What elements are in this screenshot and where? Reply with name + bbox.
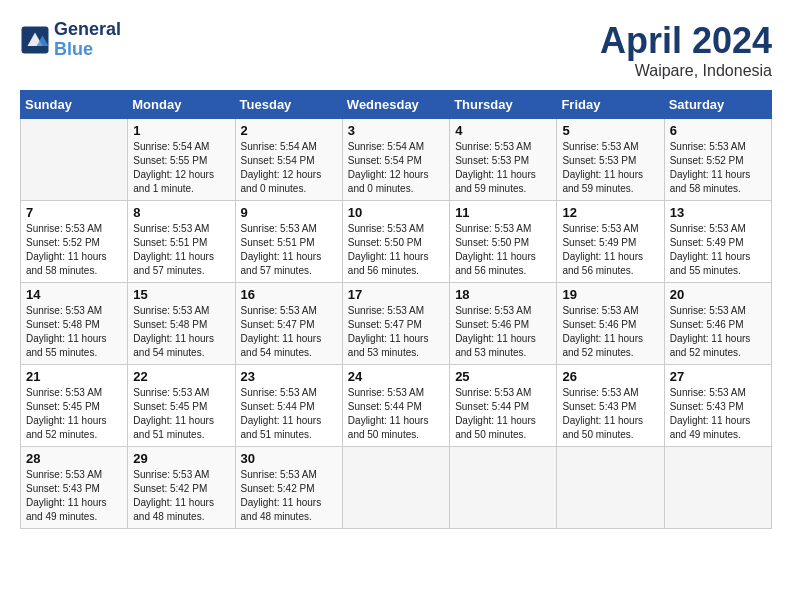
day-number: 4 [455, 123, 551, 138]
calendar-cell: 24Sunrise: 5:53 AMSunset: 5:44 PMDayligh… [342, 365, 449, 447]
day-number: 27 [670, 369, 766, 384]
day-info: Sunrise: 5:53 AMSunset: 5:46 PMDaylight:… [562, 304, 658, 360]
day-number: 8 [133, 205, 229, 220]
day-info: Sunrise: 5:53 AMSunset: 5:43 PMDaylight:… [26, 468, 122, 524]
calendar-cell: 14Sunrise: 5:53 AMSunset: 5:48 PMDayligh… [21, 283, 128, 365]
day-info: Sunrise: 5:53 AMSunset: 5:48 PMDaylight:… [26, 304, 122, 360]
calendar-cell: 16Sunrise: 5:53 AMSunset: 5:47 PMDayligh… [235, 283, 342, 365]
calendar-cell: 30Sunrise: 5:53 AMSunset: 5:42 PMDayligh… [235, 447, 342, 529]
day-number: 1 [133, 123, 229, 138]
day-number: 17 [348, 287, 444, 302]
page-header: General Blue April 2024 Waipare, Indones… [20, 20, 772, 80]
day-info: Sunrise: 5:53 AMSunset: 5:42 PMDaylight:… [133, 468, 229, 524]
day-info: Sunrise: 5:53 AMSunset: 5:42 PMDaylight:… [241, 468, 337, 524]
calendar-cell: 19Sunrise: 5:53 AMSunset: 5:46 PMDayligh… [557, 283, 664, 365]
day-number: 28 [26, 451, 122, 466]
col-tuesday: Tuesday [235, 91, 342, 119]
calendar-cell: 21Sunrise: 5:53 AMSunset: 5:45 PMDayligh… [21, 365, 128, 447]
calendar-cell: 25Sunrise: 5:53 AMSunset: 5:44 PMDayligh… [450, 365, 557, 447]
calendar-cell: 28Sunrise: 5:53 AMSunset: 5:43 PMDayligh… [21, 447, 128, 529]
calendar-cell: 12Sunrise: 5:53 AMSunset: 5:49 PMDayligh… [557, 201, 664, 283]
day-number: 9 [241, 205, 337, 220]
calendar-week-5: 28Sunrise: 5:53 AMSunset: 5:43 PMDayligh… [21, 447, 772, 529]
calendar-cell: 26Sunrise: 5:53 AMSunset: 5:43 PMDayligh… [557, 365, 664, 447]
day-info: Sunrise: 5:53 AMSunset: 5:43 PMDaylight:… [670, 386, 766, 442]
calendar-header: Sunday Monday Tuesday Wednesday Thursday… [21, 91, 772, 119]
calendar-cell: 23Sunrise: 5:53 AMSunset: 5:44 PMDayligh… [235, 365, 342, 447]
calendar-cell: 22Sunrise: 5:53 AMSunset: 5:45 PMDayligh… [128, 365, 235, 447]
day-number: 2 [241, 123, 337, 138]
calendar-cell: 11Sunrise: 5:53 AMSunset: 5:50 PMDayligh… [450, 201, 557, 283]
day-number: 30 [241, 451, 337, 466]
day-info: Sunrise: 5:53 AMSunset: 5:49 PMDaylight:… [562, 222, 658, 278]
day-info: Sunrise: 5:53 AMSunset: 5:53 PMDaylight:… [455, 140, 551, 196]
calendar-table: Sunday Monday Tuesday Wednesday Thursday… [20, 90, 772, 529]
day-info: Sunrise: 5:53 AMSunset: 5:46 PMDaylight:… [670, 304, 766, 360]
header-row: Sunday Monday Tuesday Wednesday Thursday… [21, 91, 772, 119]
calendar-cell [664, 447, 771, 529]
calendar-cell: 4Sunrise: 5:53 AMSunset: 5:53 PMDaylight… [450, 119, 557, 201]
day-number: 7 [26, 205, 122, 220]
title-block: April 2024 Waipare, Indonesia [600, 20, 772, 80]
logo: General Blue [20, 20, 121, 60]
day-info: Sunrise: 5:54 AMSunset: 5:54 PMDaylight:… [241, 140, 337, 196]
calendar-week-4: 21Sunrise: 5:53 AMSunset: 5:45 PMDayligh… [21, 365, 772, 447]
col-sunday: Sunday [21, 91, 128, 119]
day-info: Sunrise: 5:53 AMSunset: 5:48 PMDaylight:… [133, 304, 229, 360]
day-info: Sunrise: 5:53 AMSunset: 5:49 PMDaylight:… [670, 222, 766, 278]
day-info: Sunrise: 5:53 AMSunset: 5:47 PMDaylight:… [241, 304, 337, 360]
day-number: 10 [348, 205, 444, 220]
day-info: Sunrise: 5:53 AMSunset: 5:44 PMDaylight:… [241, 386, 337, 442]
calendar-cell: 5Sunrise: 5:53 AMSunset: 5:53 PMDaylight… [557, 119, 664, 201]
day-number: 21 [26, 369, 122, 384]
day-info: Sunrise: 5:53 AMSunset: 5:44 PMDaylight:… [455, 386, 551, 442]
day-info: Sunrise: 5:53 AMSunset: 5:52 PMDaylight:… [26, 222, 122, 278]
calendar-cell: 9Sunrise: 5:53 AMSunset: 5:51 PMDaylight… [235, 201, 342, 283]
logo-icon [20, 25, 50, 55]
day-info: Sunrise: 5:53 AMSunset: 5:51 PMDaylight:… [241, 222, 337, 278]
day-info: Sunrise: 5:53 AMSunset: 5:46 PMDaylight:… [455, 304, 551, 360]
calendar-cell: 15Sunrise: 5:53 AMSunset: 5:48 PMDayligh… [128, 283, 235, 365]
day-info: Sunrise: 5:53 AMSunset: 5:44 PMDaylight:… [348, 386, 444, 442]
col-wednesday: Wednesday [342, 91, 449, 119]
calendar-cell: 10Sunrise: 5:53 AMSunset: 5:50 PMDayligh… [342, 201, 449, 283]
day-number: 24 [348, 369, 444, 384]
calendar-cell: 1Sunrise: 5:54 AMSunset: 5:55 PMDaylight… [128, 119, 235, 201]
day-info: Sunrise: 5:53 AMSunset: 5:53 PMDaylight:… [562, 140, 658, 196]
day-number: 23 [241, 369, 337, 384]
calendar-cell [342, 447, 449, 529]
day-number: 12 [562, 205, 658, 220]
day-info: Sunrise: 5:53 AMSunset: 5:50 PMDaylight:… [455, 222, 551, 278]
day-info: Sunrise: 5:53 AMSunset: 5:45 PMDaylight:… [133, 386, 229, 442]
day-number: 5 [562, 123, 658, 138]
calendar-week-3: 14Sunrise: 5:53 AMSunset: 5:48 PMDayligh… [21, 283, 772, 365]
logo-text-line2: Blue [54, 40, 121, 60]
day-number: 26 [562, 369, 658, 384]
day-info: Sunrise: 5:53 AMSunset: 5:50 PMDaylight:… [348, 222, 444, 278]
calendar-cell: 17Sunrise: 5:53 AMSunset: 5:47 PMDayligh… [342, 283, 449, 365]
calendar-cell: 2Sunrise: 5:54 AMSunset: 5:54 PMDaylight… [235, 119, 342, 201]
day-number: 18 [455, 287, 551, 302]
day-info: Sunrise: 5:53 AMSunset: 5:52 PMDaylight:… [670, 140, 766, 196]
calendar-cell: 8Sunrise: 5:53 AMSunset: 5:51 PMDaylight… [128, 201, 235, 283]
calendar-week-2: 7Sunrise: 5:53 AMSunset: 5:52 PMDaylight… [21, 201, 772, 283]
calendar-cell: 27Sunrise: 5:53 AMSunset: 5:43 PMDayligh… [664, 365, 771, 447]
calendar-cell [450, 447, 557, 529]
col-monday: Monday [128, 91, 235, 119]
month-title: April 2024 [600, 20, 772, 62]
day-number: 29 [133, 451, 229, 466]
day-number: 6 [670, 123, 766, 138]
day-number: 3 [348, 123, 444, 138]
calendar-cell: 18Sunrise: 5:53 AMSunset: 5:46 PMDayligh… [450, 283, 557, 365]
calendar-cell [557, 447, 664, 529]
logo-text-line1: General [54, 20, 121, 40]
day-number: 13 [670, 205, 766, 220]
calendar-cell: 3Sunrise: 5:54 AMSunset: 5:54 PMDaylight… [342, 119, 449, 201]
calendar-body: 1Sunrise: 5:54 AMSunset: 5:55 PMDaylight… [21, 119, 772, 529]
col-saturday: Saturday [664, 91, 771, 119]
calendar-cell: 13Sunrise: 5:53 AMSunset: 5:49 PMDayligh… [664, 201, 771, 283]
day-number: 11 [455, 205, 551, 220]
day-number: 22 [133, 369, 229, 384]
day-number: 15 [133, 287, 229, 302]
calendar-cell: 6Sunrise: 5:53 AMSunset: 5:52 PMDaylight… [664, 119, 771, 201]
